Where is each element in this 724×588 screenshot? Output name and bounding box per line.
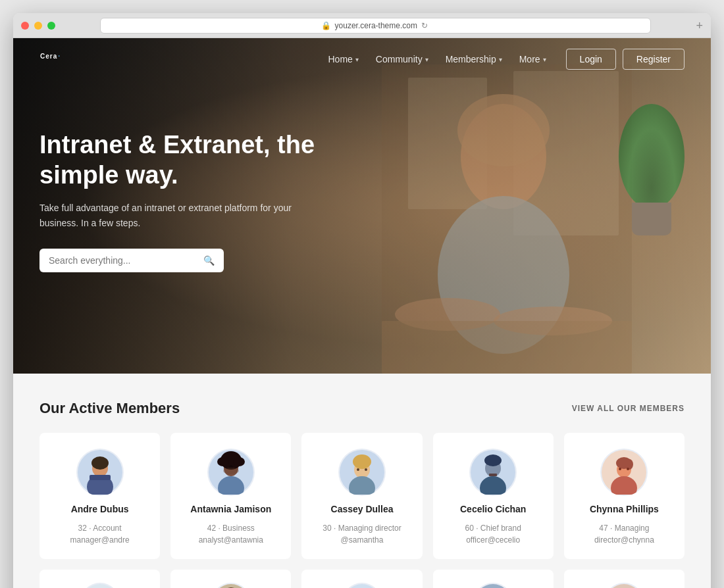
member-name: Antawnia Jamison (190, 504, 271, 514)
browser-window: 🔒 youzer.cera-theme.com ↻ + (13, 13, 711, 588)
member-name: Cecelio Cichan (460, 504, 526, 514)
logo-dot: · (58, 53, 61, 60)
member-card-partial[interactable] (170, 570, 291, 588)
svg-point-49 (475, 584, 511, 588)
nav-membership[interactable]: Membership ▾ (439, 50, 509, 68)
hero-person-image (382, 64, 632, 374)
members-header: Our Active Members VIEW ALL OUR MEMBERS (39, 400, 685, 417)
svg-point-40 (82, 584, 118, 588)
register-button[interactable]: Register (623, 49, 685, 70)
member-card-partial[interactable] (564, 570, 685, 588)
svg-point-39 (627, 468, 629, 470)
members-grid-row2 (39, 570, 685, 588)
member-card-partial[interactable] (39, 570, 160, 588)
chevron-down-icon: ▾ (355, 56, 359, 63)
member-avatar (80, 583, 120, 588)
member-name: Chynna Phillips (590, 504, 659, 514)
svg-point-4 (457, 94, 550, 166)
svg-point-17 (217, 457, 229, 466)
address-bar[interactable]: 🔒 youzer.cera-theme.com ↻ (100, 18, 651, 34)
member-avatar (211, 583, 251, 588)
svg-rect-32 (489, 474, 497, 476)
member-avatar (207, 449, 255, 496)
svg-point-21 (223, 468, 239, 474)
nav-links: Home ▾ Community ▾ Membership ▾ More ▾ (322, 50, 553, 68)
refresh-icon[interactable]: ↻ (421, 21, 430, 30)
nav-more[interactable]: More ▾ (513, 50, 553, 68)
nav-community[interactable]: Community ▾ (369, 50, 435, 68)
hero-section: Cera· Home ▾ Community ▾ Membership ▾ (13, 38, 711, 374)
svg-point-36 (625, 459, 633, 470)
search-icon[interactable]: 🔍 (203, 255, 215, 266)
nav-actions: Login Register (566, 49, 685, 70)
view-all-members-link[interactable]: VIEW ALL OUR MEMBERS (572, 404, 685, 413)
hero-title: Intranet & Extranet, the simple way. (39, 130, 329, 190)
member-avatar (76, 449, 124, 496)
member-name: Andre Dubus (71, 504, 129, 514)
member-avatar (604, 583, 644, 588)
member-card[interactable]: Antawnia Jamison 42 · Business analyst@a… (170, 433, 291, 559)
site-logo[interactable]: Cera· (39, 51, 61, 68)
member-info: 30 · Managing director @samantha (312, 522, 411, 546)
member-card-partial[interactable] (301, 570, 422, 588)
svg-point-27 (365, 468, 367, 471)
close-button[interactable] (21, 22, 29, 30)
browser-titlebar: 🔒 youzer.cera-theme.com ↻ + (13, 13, 711, 38)
member-card[interactable]: Chynna Phillips 47 · Managing director@c… (564, 433, 685, 559)
member-name: Cassey Dullea (331, 504, 394, 514)
svg-point-52 (606, 584, 642, 588)
member-avatar (338, 449, 386, 496)
chevron-down-icon: ▾ (543, 56, 546, 63)
lock-icon: 🔒 (321, 21, 331, 30)
svg-point-38 (619, 468, 621, 470)
hero-content: Intranet & Extranet, the simple way. Tak… (39, 130, 329, 272)
nav-home[interactable]: Home ▾ (322, 50, 365, 68)
svg-point-18 (233, 457, 245, 466)
members-section: Our Active Members VIEW ALL OUR MEMBERS (13, 374, 711, 588)
member-avatar (600, 449, 648, 496)
chevron-down-icon: ▾ (499, 56, 502, 63)
member-info: 32 · Account manager@andre (50, 522, 149, 546)
member-avatar (469, 449, 517, 496)
hero-plant-decoration (612, 104, 691, 235)
website-content: Cera· Home ▾ Community ▾ Membership ▾ (13, 38, 711, 588)
navbar: Cera· Home ▾ Community ▾ Membership ▾ (13, 38, 711, 80)
hero-subtitle: Take full advantage of an intranet or ex… (39, 201, 329, 230)
member-card[interactable]: Andre Dubus 32 · Account manager@andre (39, 433, 160, 559)
member-info: 47 · Managing director@chynna (575, 522, 674, 546)
svg-point-26 (357, 468, 359, 471)
member-info: 42 · Business analyst@antawnia (181, 522, 280, 546)
search-input[interactable] (49, 255, 198, 266)
svg-rect-13 (90, 475, 111, 480)
members-section-title: Our Active Members (39, 400, 180, 417)
chevron-down-icon: ▾ (425, 56, 428, 63)
maximize-button[interactable] (47, 22, 55, 30)
login-button[interactable]: Login (566, 49, 616, 70)
member-card-partial[interactable] (433, 570, 554, 588)
member-info: 60 · Chief brand officer@cecelio (444, 522, 543, 546)
members-grid: Andre Dubus 32 · Account manager@andre (39, 433, 685, 559)
member-card[interactable]: Cecelio Cichan 60 · Chief brand officer@… (433, 433, 554, 559)
member-avatar (342, 583, 382, 588)
minimize-button[interactable] (34, 22, 42, 30)
member-avatar (473, 583, 513, 588)
svg-point-46 (344, 584, 380, 588)
svg-point-24 (353, 454, 371, 469)
svg-rect-8 (382, 321, 632, 374)
new-tab-button[interactable]: + (696, 20, 703, 32)
svg-point-11 (91, 456, 109, 470)
search-box: 🔍 (39, 249, 224, 272)
svg-point-30 (484, 454, 502, 466)
member-card[interactable]: Cassey Dullea 30 · Managing director @sa… (301, 433, 422, 559)
url-text: youzer.cera-theme.com (335, 21, 417, 30)
